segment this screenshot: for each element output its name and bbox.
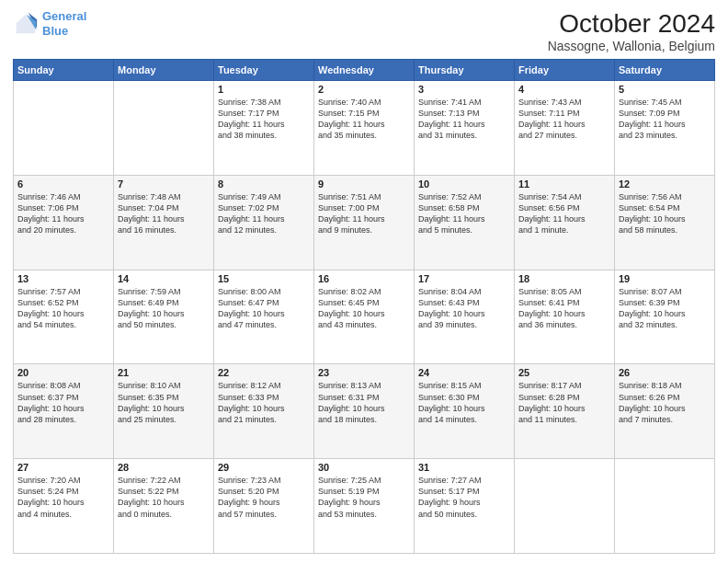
day-number: 28 <box>118 462 210 473</box>
day-number: 19 <box>619 273 711 284</box>
table-row: 11Sunrise: 7:54 AM Sunset: 6:56 PM Dayli… <box>515 175 615 270</box>
day-number: 24 <box>418 367 510 378</box>
day-info: Sunrise: 8:04 AM Sunset: 6:43 PM Dayligh… <box>418 286 510 331</box>
day-number: 18 <box>518 273 610 284</box>
calendar-week-row: 6Sunrise: 7:46 AM Sunset: 7:06 PM Daylig… <box>14 175 715 270</box>
table-row: 20Sunrise: 8:08 AM Sunset: 6:37 PM Dayli… <box>14 364 114 459</box>
table-row: 3Sunrise: 7:41 AM Sunset: 7:13 PM Daylig… <box>415 81 515 176</box>
calendar-week-row: 13Sunrise: 7:57 AM Sunset: 6:52 PM Dayli… <box>14 270 715 364</box>
calendar-week-row: 27Sunrise: 7:20 AM Sunset: 5:24 PM Dayli… <box>14 459 715 554</box>
title-block: October 2024 Nassogne, Wallonia, Belgium <box>548 9 715 53</box>
calendar-title: October 2024 <box>548 9 715 39</box>
day-info: Sunrise: 7:40 AM Sunset: 7:15 PM Dayligh… <box>318 97 410 142</box>
day-number: 30 <box>318 462 410 473</box>
day-number: 21 <box>118 367 210 378</box>
day-info: Sunrise: 7:51 AM Sunset: 7:00 PM Dayligh… <box>318 191 410 236</box>
day-number: 23 <box>318 367 410 378</box>
table-row: 27Sunrise: 7:20 AM Sunset: 5:24 PM Dayli… <box>14 459 114 554</box>
day-info: Sunrise: 7:52 AM Sunset: 6:58 PM Dayligh… <box>418 191 510 236</box>
day-info: Sunrise: 7:48 AM Sunset: 7:04 PM Dayligh… <box>118 191 210 236</box>
day-info: Sunrise: 8:05 AM Sunset: 6:41 PM Dayligh… <box>518 286 610 331</box>
day-number: 11 <box>518 178 610 190</box>
table-row: 18Sunrise: 8:05 AM Sunset: 6:41 PM Dayli… <box>515 270 615 364</box>
table-row: 9Sunrise: 7:51 AM Sunset: 7:00 PM Daylig… <box>314 175 415 270</box>
day-info: Sunrise: 7:59 AM Sunset: 6:49 PM Dayligh… <box>118 286 210 331</box>
day-info: Sunrise: 7:49 AM Sunset: 7:02 PM Dayligh… <box>218 191 310 236</box>
calendar-week-row: 1Sunrise: 7:38 AM Sunset: 7:17 PM Daylig… <box>14 81 715 176</box>
table-row: 5Sunrise: 7:45 AM Sunset: 7:09 PM Daylig… <box>615 81 715 176</box>
table-row: 14Sunrise: 7:59 AM Sunset: 6:49 PM Dayli… <box>114 270 214 364</box>
table-row: 15Sunrise: 8:00 AM Sunset: 6:47 PM Dayli… <box>214 270 314 364</box>
header-friday: Friday <box>515 60 615 81</box>
header-thursday: Thursday <box>415 60 515 81</box>
day-number: 16 <box>318 273 410 284</box>
day-number: 25 <box>518 367 610 378</box>
header: General Blue October 2024 Nassogne, Wall… <box>13 9 715 53</box>
day-info: Sunrise: 8:00 AM Sunset: 6:47 PM Dayligh… <box>218 286 310 331</box>
table-row: 7Sunrise: 7:48 AM Sunset: 7:04 PM Daylig… <box>114 175 214 270</box>
day-number: 2 <box>318 84 410 95</box>
day-info: Sunrise: 7:22 AM Sunset: 5:22 PM Dayligh… <box>118 475 210 520</box>
table-row: 13Sunrise: 7:57 AM Sunset: 6:52 PM Dayli… <box>14 270 114 364</box>
header-wednesday: Wednesday <box>314 60 415 81</box>
day-number: 27 <box>17 462 109 473</box>
day-info: Sunrise: 7:25 AM Sunset: 5:19 PM Dayligh… <box>318 475 410 520</box>
day-number: 26 <box>619 367 711 378</box>
table-row: 16Sunrise: 8:02 AM Sunset: 6:45 PM Dayli… <box>314 270 415 364</box>
table-row: 22Sunrise: 8:12 AM Sunset: 6:33 PM Dayli… <box>214 364 314 459</box>
table-row: 21Sunrise: 8:10 AM Sunset: 6:35 PM Dayli… <box>114 364 214 459</box>
day-number: 14 <box>118 273 210 284</box>
day-info: Sunrise: 7:41 AM Sunset: 7:13 PM Dayligh… <box>418 97 510 142</box>
table-row: 6Sunrise: 7:46 AM Sunset: 7:06 PM Daylig… <box>14 175 114 270</box>
day-info: Sunrise: 7:54 AM Sunset: 6:56 PM Dayligh… <box>518 191 610 236</box>
day-number: 10 <box>418 178 510 190</box>
table-row: 2Sunrise: 7:40 AM Sunset: 7:15 PM Daylig… <box>314 81 415 176</box>
logo-text: General Blue <box>42 9 86 38</box>
calendar-week-row: 20Sunrise: 8:08 AM Sunset: 6:37 PM Dayli… <box>14 364 715 459</box>
day-info: Sunrise: 8:13 AM Sunset: 6:31 PM Dayligh… <box>318 380 410 425</box>
table-row: 30Sunrise: 7:25 AM Sunset: 5:19 PM Dayli… <box>314 459 415 554</box>
header-monday: Monday <box>114 60 214 81</box>
table-row: 24Sunrise: 8:15 AM Sunset: 6:30 PM Dayli… <box>415 364 515 459</box>
day-info: Sunrise: 8:18 AM Sunset: 6:26 PM Dayligh… <box>619 380 711 425</box>
day-number: 4 <box>518 84 610 95</box>
day-number: 31 <box>418 462 510 473</box>
day-info: Sunrise: 7:45 AM Sunset: 7:09 PM Dayligh… <box>619 97 711 142</box>
day-info: Sunrise: 8:12 AM Sunset: 6:33 PM Dayligh… <box>218 380 310 425</box>
weekday-header-row: Sunday Monday Tuesday Wednesday Thursday… <box>14 60 715 81</box>
day-info: Sunrise: 7:56 AM Sunset: 6:54 PM Dayligh… <box>619 191 711 236</box>
table-row <box>615 459 715 554</box>
day-info: Sunrise: 8:10 AM Sunset: 6:35 PM Dayligh… <box>118 380 210 425</box>
day-number: 8 <box>218 178 310 190</box>
day-info: Sunrise: 7:23 AM Sunset: 5:20 PM Dayligh… <box>218 475 310 520</box>
day-info: Sunrise: 7:46 AM Sunset: 7:06 PM Dayligh… <box>17 191 109 236</box>
day-number: 20 <box>17 367 109 378</box>
day-number: 12 <box>619 178 711 190</box>
table-row: 29Sunrise: 7:23 AM Sunset: 5:20 PM Dayli… <box>214 459 314 554</box>
table-row: 10Sunrise: 7:52 AM Sunset: 6:58 PM Dayli… <box>415 175 515 270</box>
day-info: Sunrise: 7:20 AM Sunset: 5:24 PM Dayligh… <box>17 475 109 520</box>
table-row: 31Sunrise: 7:27 AM Sunset: 5:17 PM Dayli… <box>415 459 515 554</box>
table-row: 23Sunrise: 8:13 AM Sunset: 6:31 PM Dayli… <box>314 364 415 459</box>
table-row <box>515 459 615 554</box>
day-number: 7 <box>118 178 210 190</box>
day-number: 9 <box>318 178 410 190</box>
header-tuesday: Tuesday <box>214 60 314 81</box>
day-number: 1 <box>218 84 310 95</box>
page: General Blue October 2024 Nassogne, Wall… <box>0 0 728 563</box>
header-saturday: Saturday <box>615 60 715 81</box>
day-info: Sunrise: 8:15 AM Sunset: 6:30 PM Dayligh… <box>418 380 510 425</box>
table-row: 19Sunrise: 8:07 AM Sunset: 6:39 PM Dayli… <box>615 270 715 364</box>
day-info: Sunrise: 8:02 AM Sunset: 6:45 PM Dayligh… <box>318 286 410 331</box>
table-row: 12Sunrise: 7:56 AM Sunset: 6:54 PM Dayli… <box>615 175 715 270</box>
day-info: Sunrise: 8:17 AM Sunset: 6:28 PM Dayligh… <box>518 380 610 425</box>
calendar-table: Sunday Monday Tuesday Wednesday Thursday… <box>13 59 715 554</box>
table-row: 1Sunrise: 7:38 AM Sunset: 7:17 PM Daylig… <box>214 81 314 176</box>
day-number: 29 <box>218 462 310 473</box>
logo-icon <box>13 11 39 37</box>
day-number: 3 <box>418 84 510 95</box>
table-row <box>114 81 214 176</box>
day-number: 22 <box>218 367 310 378</box>
table-row <box>14 81 114 176</box>
day-number: 5 <box>619 84 711 95</box>
